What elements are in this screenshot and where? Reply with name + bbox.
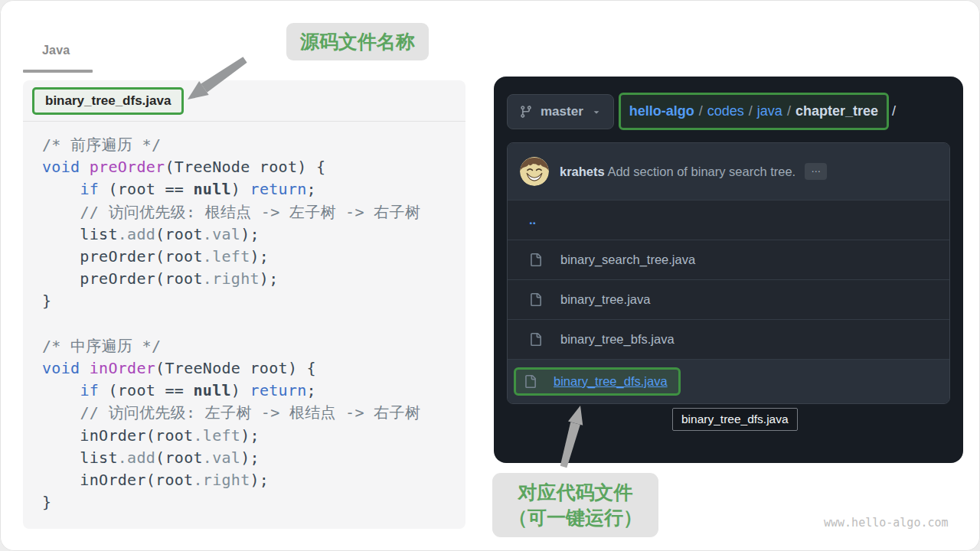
breadcrumb-separator: / xyxy=(744,103,757,119)
code-line: void inOrder(TreeNode root) { xyxy=(42,357,466,380)
breadcrumb-segment[interactable]: hello-algo xyxy=(629,103,694,119)
code-token: ); xyxy=(240,225,260,243)
code-token: preOrder xyxy=(90,158,165,176)
code-token: ; xyxy=(307,381,316,399)
filename-highlight-box: binary_tree_dfs.java xyxy=(32,87,184,115)
code-token: .add xyxy=(118,225,155,243)
file-link[interactable]: binary_tree_dfs.java xyxy=(554,374,668,389)
code-line: /* 前序遍历 */ xyxy=(42,134,466,156)
code-token: (TreeNode root) { xyxy=(165,158,325,176)
code-token: ); xyxy=(250,247,270,266)
avatar[interactable] xyxy=(520,157,549,186)
code-token: (TreeNode root) { xyxy=(155,359,316,377)
code-line: // 访问优先级: 根结点 -> 左子树 -> 右子树 xyxy=(42,201,466,223)
code-token xyxy=(80,359,89,377)
code-token: if xyxy=(80,381,99,399)
code-token: list xyxy=(42,448,118,467)
latest-commit-row: krahets Add section of binary search tre… xyxy=(508,143,949,200)
file-icon xyxy=(529,293,542,306)
breadcrumb-separator: / xyxy=(782,103,795,119)
arrow-to-filename-icon xyxy=(180,54,256,109)
file-row[interactable]: binary_tree.java xyxy=(508,279,949,319)
code-token: /* 中序遍历 */ xyxy=(42,337,161,355)
file-row[interactable]: binary_tree_bfs.java xyxy=(508,319,949,359)
filename-tooltip: binary_tree_dfs.java xyxy=(672,408,798,431)
code-token: inOrder(root xyxy=(42,426,193,445)
code-token xyxy=(42,381,80,399)
github-toolbar: master hello-algo/codes/java/chapter_tre… xyxy=(507,93,896,130)
site-watermark: www.hello-algo.com xyxy=(824,516,949,530)
code-token: ) xyxy=(231,180,250,198)
code-token: ); xyxy=(250,471,270,489)
code-token: } xyxy=(42,493,51,511)
code-line: } xyxy=(42,491,466,514)
file-row[interactable]: .. xyxy=(508,200,949,240)
tab-java[interactable]: Java xyxy=(42,44,70,57)
file-link[interactable]: binary_search_tree.java xyxy=(560,253,695,267)
code-line: preOrder(root.right); xyxy=(42,268,466,290)
code-token: return xyxy=(250,180,307,198)
code-line: list.add(root.val); xyxy=(42,223,466,246)
code-line: if (root == null) return; xyxy=(42,178,466,201)
code-token: .right xyxy=(203,269,260,288)
code-token: .left xyxy=(203,247,250,266)
file-link[interactable]: binary_tree_bfs.java xyxy=(560,332,675,347)
file-icon xyxy=(529,253,542,266)
code-token: if xyxy=(80,180,99,198)
code-token: // 访问优先级: 左子树 -> 根结点 -> 右子树 xyxy=(80,403,420,422)
file-link[interactable]: binary_tree.java xyxy=(560,292,650,307)
code-token: .add xyxy=(118,448,155,467)
commit-author-link[interactable]: krahets xyxy=(560,165,605,178)
file-browser: krahets Add section of binary search tre… xyxy=(507,142,950,404)
code-line: inOrder(root.right); xyxy=(42,469,466,491)
code-token: // 访问优先级: 根结点 -> 左子树 -> 右子树 xyxy=(80,203,420,221)
code-token: inOrder xyxy=(90,359,155,377)
code-token: null xyxy=(193,180,230,198)
code-line: // 访问优先级: 左子树 -> 根结点 -> 右子树 xyxy=(42,402,466,424)
annotation-source-filename: 源码文件名称 xyxy=(286,23,429,60)
commit-more-button[interactable]: … xyxy=(805,163,827,180)
filename-label: binary_tree_dfs.java xyxy=(45,93,171,109)
code-line: } xyxy=(42,290,466,312)
code-token xyxy=(42,180,80,198)
code-line: /* 中序遍历 */ xyxy=(42,335,466,357)
code-token: ) xyxy=(231,381,250,399)
commit-message-link[interactable]: Add section of binary search tree. xyxy=(607,165,795,178)
branch-name: master xyxy=(541,104,583,119)
code-token: inOrder(root xyxy=(42,471,193,489)
parent-directory-link[interactable]: .. xyxy=(529,213,536,227)
code-token xyxy=(80,158,89,176)
file-row[interactable]: binary_tree_dfs.java xyxy=(508,359,949,403)
code-line: inOrder(root.left); xyxy=(42,425,466,447)
code-token: return xyxy=(250,381,307,399)
annotation-code-file: 对应代码文件 （可一键运行） xyxy=(492,473,658,537)
code-token: ); xyxy=(240,426,260,445)
chevron-down-icon xyxy=(591,106,602,117)
git-branch-icon xyxy=(519,105,533,119)
code-token: .left xyxy=(193,426,240,445)
code-token: void xyxy=(42,359,80,377)
code-token: void xyxy=(42,158,80,176)
file-list: ..binary_search_tree.javabinary_tree.jav… xyxy=(508,200,949,403)
file-row[interactable]: binary_search_tree.java xyxy=(508,240,949,279)
breadcrumb-trailing-slash: / xyxy=(892,103,896,119)
breadcrumb-segment[interactable]: codes xyxy=(707,103,744,119)
branch-selector-button[interactable]: master xyxy=(507,94,614,129)
file-icon xyxy=(524,375,537,388)
code-token: ); xyxy=(260,269,279,288)
code-token: .right xyxy=(193,471,250,489)
breadcrumb-segment[interactable]: java xyxy=(757,103,782,119)
file-icon xyxy=(529,333,542,346)
tab-active-indicator xyxy=(23,70,93,73)
code-panel: binary_tree_dfs.java /* 前序遍历 */void preO… xyxy=(23,80,466,529)
code-line xyxy=(42,313,466,335)
breadcrumb: hello-algo/codes/java/chapter_tree xyxy=(619,93,889,130)
code-line: void preOrder(TreeNode root) { xyxy=(42,156,466,178)
code-line: if (root == null) return; xyxy=(42,380,466,402)
code-token: preOrder(root xyxy=(42,269,203,288)
code-token: (root == xyxy=(99,381,193,399)
annotation-code-file-line2: （可一键运行） xyxy=(508,505,642,530)
code-token: .val xyxy=(203,448,240,467)
code-token: /* 前序遍历 */ xyxy=(42,135,161,154)
code-token: ); xyxy=(240,448,260,467)
